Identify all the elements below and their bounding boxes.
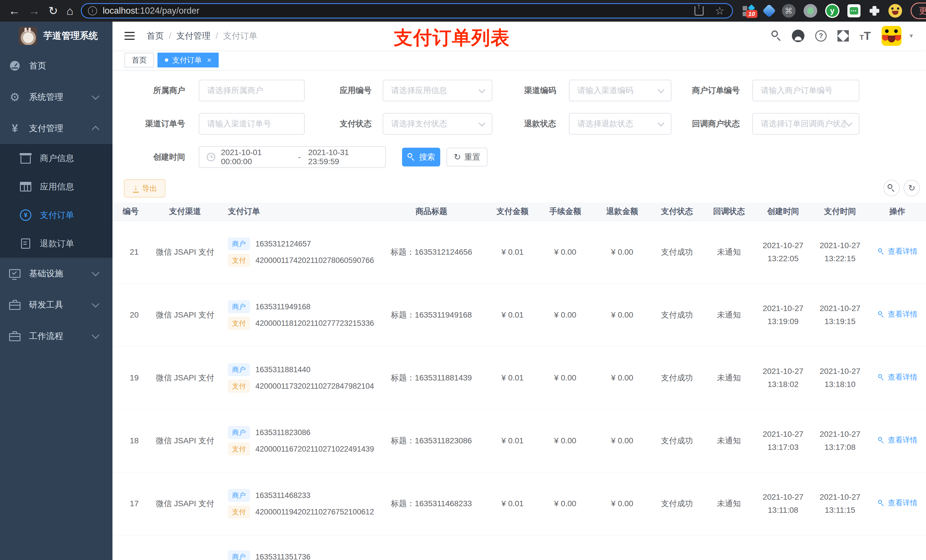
help-icon[interactable]: ?: [815, 30, 827, 42]
created-time-range-input[interactable]: 2021-10-01 00:00:00 - 2021-10-31 23:59:5…: [199, 146, 386, 168]
cell-refund: ¥ 0.00: [594, 499, 651, 508]
active-dot-icon: [165, 58, 168, 62]
cell-create-time: 2021-10-2713:11:08: [755, 491, 811, 517]
pay-tag: 支付: [228, 506, 250, 518]
sidebar-item-workflow[interactable]: 工作流程: [0, 320, 112, 352]
cell-pay-order: 商户1635312124657 支付4200001174202110278060…: [226, 234, 374, 270]
app-filter-select[interactable]: [383, 80, 492, 101]
header-actions: ? TT ▼: [773, 26, 914, 46]
reload-icon[interactable]: ↻: [48, 0, 58, 22]
export-button[interactable]: ↓导出: [124, 179, 165, 198]
channel-code-filter-label: 渠道编码: [492, 85, 556, 96]
browser-update-button[interactable]: 更新: [911, 3, 926, 19]
table-tools: ↻: [883, 180, 920, 196]
merchant-tag: 商户: [228, 300, 250, 313]
table-row: 21 微信 JSAPI 支付 商户1635312124657 支付4200001…: [112, 221, 926, 284]
cell-pay-time: 2021-10-2713:22:15: [811, 239, 869, 265]
pay-status-filter-select[interactable]: [383, 113, 492, 134]
table-row: 18 微信 JSAPI 支付 商户1635311823086 支付4200001…: [112, 409, 926, 472]
download-icon: ↓: [132, 184, 139, 193]
search-button[interactable]: 搜索: [402, 148, 440, 166]
hide-search-button[interactable]: [883, 180, 900, 196]
gem-extension-icon[interactable]: [762, 4, 776, 18]
sidebar-item-dev-tools[interactable]: 研发工具: [0, 289, 112, 320]
tab-home[interactable]: 首页: [124, 53, 154, 68]
address-bar[interactable]: i localhost:1024/pay/order ☆: [81, 3, 733, 18]
view-detail-link[interactable]: 查看详情: [877, 372, 917, 382]
forward-icon[interactable]: →: [29, 0, 40, 22]
refund-status-filter-select[interactable]: [569, 113, 672, 134]
refresh-icon: ↻: [908, 184, 915, 192]
cell-pay-order: 商户1635311823086 支付4200001167202110271022…: [226, 422, 374, 459]
toolbox-icon: [9, 299, 21, 311]
reset-button[interactable]: ↻重置: [446, 148, 487, 166]
merchant-filter-input[interactable]: [199, 80, 305, 101]
toolbox-icon: [9, 330, 21, 342]
chevron-down-icon: [478, 86, 485, 93]
sidebar-item-infrastructure[interactable]: 基础设施: [0, 258, 112, 289]
callback-status-filter-label: 回调商户状态: [672, 118, 740, 129]
sidebar-item-app-info[interactable]: 应用信息: [0, 172, 112, 201]
collapse-sidebar-icon[interactable]: [124, 32, 135, 40]
command-extension-icon[interactable]: ⌘: [782, 4, 796, 18]
fullscreen-icon[interactable]: [837, 30, 849, 42]
user-avatar[interactable]: [882, 26, 902, 46]
y-extension-icon[interactable]: y: [825, 4, 840, 18]
home-icon[interactable]: ⌂: [67, 0, 73, 22]
channel-order-no-filter-input[interactable]: [199, 113, 305, 134]
view-detail-link[interactable]: 查看详情: [877, 246, 917, 257]
chevron-down-icon: [846, 119, 852, 126]
close-tab-icon[interactable]: ×: [207, 56, 211, 65]
search-icon[interactable]: [771, 30, 783, 42]
cell-refund: ¥ 0.00: [594, 248, 651, 257]
view-detail-link[interactable]: 查看详情: [877, 498, 917, 508]
merchant-tag: 商户: [228, 551, 250, 560]
back-icon[interactable]: ←: [9, 0, 20, 22]
sidebar-item-home[interactable]: 首页: [0, 50, 112, 82]
sidebar-item-pay-order[interactable]: ¥ 支付订单: [0, 201, 112, 229]
breadcrumb-home[interactable]: 首页: [147, 30, 164, 42]
merchant-order-no-filter-input[interactable]: [752, 80, 859, 101]
sidebar-item-pay[interactable]: ¥ 支付管理: [0, 113, 112, 144]
document-icon: [20, 237, 32, 250]
cell-pay-status: 支付成功: [651, 309, 703, 320]
sidebar-item-refund-order[interactable]: 退款订单: [0, 229, 112, 258]
view-tabs: 首页 支付订单 ×: [112, 50, 926, 71]
shop-icon: [20, 152, 32, 165]
cell-fee: ¥ 0.00: [537, 499, 594, 508]
cell-pay-order: 商户1635311949168 支付4200001181202110277723…: [226, 296, 374, 334]
dot-extension-icon[interactable]: [803, 4, 817, 18]
breadcrumb: 首页 / 支付管理 / 支付订单: [147, 30, 257, 42]
channel-code-filter-select[interactable]: [569, 80, 672, 101]
extensions-puzzle-icon[interactable]: [869, 5, 881, 17]
cell-fee: ¥ 0.00: [537, 248, 594, 257]
refresh-icon: ↻: [454, 153, 461, 162]
chat-extension-icon[interactable]: •••: [847, 4, 861, 17]
refresh-table-button[interactable]: ↻: [903, 180, 920, 196]
dashboard-icon: [9, 59, 21, 72]
github-icon[interactable]: [792, 30, 804, 42]
bookmark-star-icon[interactable]: ☆: [715, 5, 725, 17]
font-size-icon[interactable]: TT: [859, 31, 871, 41]
magnifier-icon: [878, 437, 885, 444]
cell-title: 标题：1635311881439: [374, 373, 488, 383]
cell-amount: ¥ 0.01: [488, 373, 537, 382]
extension-icon-badged[interactable]: 10: [742, 4, 756, 18]
breadcrumb-section[interactable]: 支付管理: [176, 30, 210, 42]
cell-pay-time: 2021-10-2713:17:08: [811, 428, 869, 454]
avatar-caret-icon[interactable]: ▼: [908, 33, 914, 39]
cell-pay-order: 商户1635311351736: [226, 535, 374, 560]
magnifier-icon: [878, 500, 885, 507]
sidebar-item-system[interactable]: ⚙ 系统管理: [0, 82, 112, 113]
sidebar-item-merchant-info[interactable]: 商户信息: [0, 144, 112, 172]
magnifier-icon: [878, 311, 885, 318]
share-icon[interactable]: [694, 6, 704, 16]
callback-status-filter-select[interactable]: [752, 113, 859, 134]
view-detail-link[interactable]: 查看详情: [877, 435, 917, 445]
view-detail-link[interactable]: 查看详情: [877, 309, 917, 319]
site-info-icon[interactable]: i: [88, 6, 97, 15]
app-root: ← → ↻ ⌂ i localhost:1024/pay/order ☆ 10 …: [0, 0, 926, 560]
cell-pay-status: 支付成功: [651, 373, 703, 383]
tab-pay-order[interactable]: 支付订单 ×: [157, 53, 219, 68]
profile-avatar-icon[interactable]: [888, 4, 902, 18]
